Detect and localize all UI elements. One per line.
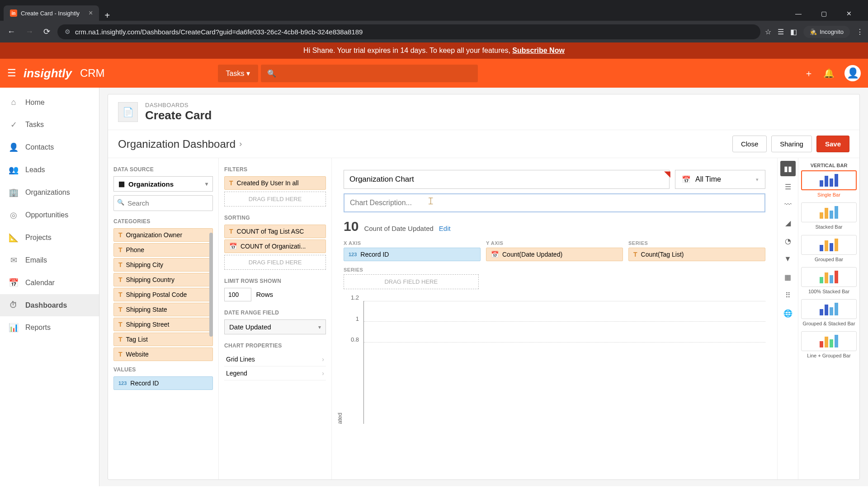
data-source-value: Organizations — [128, 180, 174, 188]
incognito-badge[interactable]: 🕵 Incognito — [803, 26, 850, 38]
category-field[interactable]: TShipping State — [113, 303, 213, 316]
text-type-icon: T — [118, 351, 123, 358]
category-field[interactable]: TTag List — [113, 333, 213, 346]
reload-button[interactable]: ⟳ — [41, 24, 53, 39]
category-field[interactable]: TPhone — [113, 243, 213, 257]
sorting-drop-target[interactable]: DRAG FIELD HERE — [224, 255, 326, 270]
chart-type-option[interactable] — [801, 202, 857, 222]
sidebar-item-calendar[interactable]: 📅Calendar — [0, 272, 99, 294]
sidebar-item-tasks[interactable]: ✓Tasks — [0, 113, 99, 136]
site-settings-icon[interactable]: ⚙ — [65, 28, 71, 35]
add-icon[interactable]: ＋ — [804, 67, 813, 80]
filters-drop-target[interactable]: DRAG FIELD HERE — [224, 192, 326, 206]
sort-field[interactable]: TCOUNT of Tag List ASC — [224, 225, 326, 238]
series-field[interactable]: TCount(Tag List) — [628, 248, 765, 261]
close-tab-icon[interactable]: × — [89, 9, 93, 17]
edit-count-link[interactable]: Edit — [439, 225, 451, 232]
reading-list-icon[interactable]: ☰ — [778, 28, 784, 36]
tasks-dropdown[interactable]: Tasks ▾ — [218, 65, 258, 82]
nav-icon: ✉ — [8, 255, 19, 265]
field-search-input[interactable] — [113, 195, 213, 211]
document-icon: 📄 — [118, 102, 138, 122]
sidebar-item-contacts[interactable]: 👤Contacts — [0, 136, 99, 159]
category-field[interactable]: TShipping City — [113, 258, 213, 272]
sharing-button[interactable]: Sharing — [771, 136, 812, 152]
nav-icon: 🏢 — [8, 188, 19, 197]
horizontal-bar-icon[interactable]: ☰ — [780, 179, 796, 194]
table-icon: ▦ — [118, 180, 125, 188]
chart-property-row[interactable]: Grid Lines — [224, 352, 326, 366]
logo[interactable]: insightly — [24, 66, 72, 80]
chart-type-option[interactable] — [801, 267, 857, 287]
bookmark-icon[interactable]: ☆ — [765, 28, 771, 36]
hamburger-icon[interactable]: ☰ — [7, 67, 16, 79]
subscribe-link[interactable]: Subscribe Now — [512, 47, 565, 54]
sidebar-item-reports[interactable]: 📊Reports — [0, 316, 99, 339]
limit-input[interactable] — [224, 288, 251, 301]
back-button[interactable]: ← — [5, 24, 18, 39]
chart-type-option[interactable] — [801, 235, 857, 255]
funnel-view-icon[interactable]: ▼ — [780, 251, 796, 267]
text-type-icon: T — [118, 246, 123, 253]
notifications-icon[interactable]: 🔔 — [823, 68, 835, 79]
forward-button[interactable]: → — [23, 24, 36, 39]
global-search-input[interactable]: 🔍 — [261, 65, 478, 82]
dashboard-link[interactable]: Organization Dashboard — [118, 138, 236, 150]
browser-tab[interactable]: in Create Card - Insightly × — [4, 5, 99, 21]
maximize-icon[interactable]: ▢ — [816, 10, 831, 17]
avatar[interactable]: 👤 — [844, 65, 861, 81]
minimize-icon[interactable]: — — [791, 10, 806, 17]
sidebar-item-opportunities[interactable]: ◎Opportunities — [0, 204, 99, 226]
area-view-icon[interactable]: ◢ — [780, 215, 796, 230]
save-button[interactable]: Save — [816, 136, 849, 152]
map-view-icon[interactable]: 🌐 — [780, 305, 796, 321]
sidebar-item-projects[interactable]: 📐Projects — [0, 226, 99, 249]
new-tab-button[interactable]: + — [99, 10, 115, 21]
category-field[interactable]: TShipping Street — [113, 318, 213, 331]
nav-icon: 📊 — [8, 323, 19, 333]
pie-view-icon[interactable]: ◔ — [780, 233, 796, 249]
limit-label: LIMIT ROWS SHOWN — [224, 278, 326, 284]
number-type-icon: 123 — [118, 380, 127, 386]
category-field[interactable]: TWebsite — [113, 347, 213, 361]
sidebar-item-emails[interactable]: ✉Emails — [0, 249, 99, 272]
category-field[interactable]: TOrganization Owner — [113, 228, 213, 242]
line-view-icon[interactable]: 〰 — [780, 197, 796, 212]
time-range-dropdown[interactable]: 📅 All Time — [675, 170, 765, 189]
bar-view-icon[interactable]: ▮▮ — [780, 161, 796, 176]
y-axis-field[interactable]: 📅Count(Date Updated) — [486, 248, 623, 261]
chart-type-label: Line + Grouped Bar — [801, 353, 857, 359]
close-window-icon[interactable]: ✕ — [842, 10, 856, 17]
x-axis-label: X AXIS — [344, 240, 481, 246]
value-field[interactable]: 123Record ID — [113, 376, 213, 390]
series-drop-target[interactable]: DRAG FIELD HERE — [344, 274, 479, 289]
sidebar-item-organizations[interactable]: 🏢Organizations — [0, 181, 99, 204]
category-field[interactable]: TShipping Country — [113, 273, 213, 286]
data-source-dropdown[interactable]: ▦ Organizations — [113, 176, 213, 192]
chart-type-label: Stacked Bar — [801, 224, 857, 230]
url-input[interactable]: ⚙ crm.na1.insightly.com/Dashboards/Creat… — [57, 24, 760, 39]
close-button[interactable]: Close — [732, 136, 767, 152]
chart-type-option[interactable] — [801, 170, 857, 190]
chart-type-option[interactable] — [801, 299, 857, 319]
x-axis-field[interactable]: 123Record ID — [344, 248, 481, 261]
chart-property-row[interactable]: Legend — [224, 366, 326, 380]
text-type-icon: T — [118, 261, 123, 268]
sidebar-item-dashboards[interactable]: ⏱Dashboards — [0, 294, 99, 316]
chart-type-option[interactable] — [801, 331, 857, 351]
sidebar-item-home[interactable]: ⌂Home — [0, 91, 99, 113]
chart-title-input[interactable] — [344, 170, 670, 189]
table-view-icon[interactable]: ▦ — [780, 269, 796, 285]
sort-field[interactable]: 📅COUNT of Organizati... — [224, 239, 326, 253]
chart-description-input[interactable] — [344, 193, 765, 212]
category-field[interactable]: TShipping Postal Code — [113, 288, 213, 301]
record-count: 10 — [344, 219, 359, 234]
scrollbar-handle[interactable] — [209, 233, 213, 337]
filter-field[interactable]: TCreated By User In all — [224, 176, 326, 190]
date-range-dropdown[interactable]: Date Updated — [224, 319, 326, 334]
scatter-view-icon[interactable]: ⠿ — [780, 287, 796, 303]
sidebar-item-leads[interactable]: 👥Leads — [0, 159, 99, 181]
date-range-label: DATE RANGE FIELD — [224, 310, 326, 316]
side-panel-icon[interactable]: ◧ — [790, 28, 797, 36]
browser-menu-icon[interactable]: ⋮ — [856, 28, 863, 36]
